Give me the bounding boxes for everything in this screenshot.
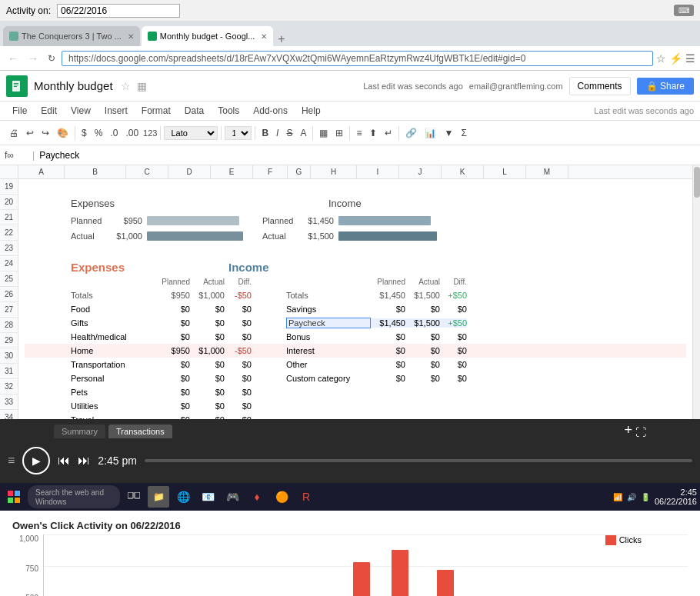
new-tab-button[interactable]: +: [275, 32, 288, 46]
row-28: 28: [0, 318, 18, 333]
corner-cell: [0, 165, 18, 179]
forward-button[interactable]: →: [25, 51, 42, 66]
td-label26-exp: Totals: [71, 291, 155, 300]
taskbar-app-2[interactable]: 🌐: [172, 486, 194, 508]
add-tab-button[interactable]: +: [624, 422, 632, 438]
decimal-increase-btn[interactable]: .00: [122, 126, 142, 140]
function-btn[interactable]: Σ: [458, 126, 469, 140]
star-icon[interactable]: ☆: [121, 80, 131, 92]
currency-btn[interactable]: $: [78, 126, 90, 140]
text-color-btn[interactable]: A: [297, 126, 309, 140]
link-btn[interactable]: 🔗: [402, 126, 420, 140]
share-label: Share: [660, 81, 685, 92]
menu-help[interactable]: Help: [295, 103, 327, 118]
row-21: 21: [0, 210, 18, 225]
chart-btn[interactable]: 📊: [422, 126, 439, 140]
taskbar-right: 📶 🔊 🔋 2:45 06/22/2016: [613, 488, 697, 506]
taskbar-app-5[interactable]: ♦: [246, 486, 268, 508]
cell-b21-label: Planned: [71, 216, 108, 225]
tab-2-close[interactable]: ✕: [261, 32, 267, 41]
scrollbar[interactable]: [692, 165, 700, 419]
borders-btn[interactable]: ▦: [316, 126, 331, 140]
menu-tools[interactable]: Tools: [212, 103, 245, 118]
menu-addons[interactable]: Add-ons: [247, 103, 294, 118]
drive-icon[interactable]: ▦: [137, 80, 147, 92]
decimal-decrease-btn[interactable]: .0: [107, 126, 121, 140]
cell-spacer: [175, 198, 305, 213]
font-select[interactable]: Lato: [164, 126, 218, 140]
back-button[interactable]: ←: [5, 51, 22, 66]
cell-b22-label: Actual: [71, 231, 108, 241]
activity-date-input[interactable]: [57, 4, 180, 18]
filter-btn[interactable]: ▼: [441, 126, 456, 140]
tab-2-favicon: [148, 32, 157, 41]
cell-b20-expenses-title: Expenses: [71, 198, 175, 213]
menu-button[interactable]: ☰: [685, 52, 695, 65]
hamburger-icon[interactable]: ≡: [8, 454, 15, 468]
progress-bar[interactable]: [145, 459, 692, 462]
merge-btn[interactable]: ⊞: [332, 126, 346, 140]
col-f: F: [253, 165, 288, 178]
bold-btn[interactable]: B: [258, 126, 272, 140]
cell-reference: f∞: [5, 150, 28, 161]
menu-edit[interactable]: Edit: [35, 103, 63, 118]
scrollbar-thumb[interactable]: [694, 167, 700, 198]
tab-2[interactable]: Monthly budget - Googl... ✕: [142, 26, 274, 46]
menu-format[interactable]: Format: [135, 103, 177, 118]
formula-input[interactable]: [39, 150, 695, 161]
chart-title: Owen's Click Activity on 06/22/2016: [12, 520, 688, 531]
tab-1-close[interactable]: ✕: [128, 32, 134, 41]
taskbar: Search the web and Windows 📁 🌐 📧 🎮 ♦ 🟠 R…: [0, 483, 700, 511]
sheets-header: Monthly budget ☆ ▦ Last edit was seconds…: [0, 71, 700, 102]
align-left-btn[interactable]: ≡: [353, 126, 365, 140]
text-wrap-btn[interactable]: ↵: [382, 126, 395, 140]
income-big-title: Income: [228, 261, 269, 274]
undo-btn[interactable]: ↩: [23, 126, 37, 140]
taskbar-app-7[interactable]: R: [295, 486, 317, 508]
taskbar-search[interactable]: Search the web and Windows: [28, 485, 120, 508]
td-label26-inc: Totals: [286, 291, 371, 300]
row-30: 30: [0, 348, 18, 364]
menu-data[interactable]: Data: [178, 103, 210, 118]
address-input[interactable]: [62, 51, 653, 66]
refresh-button[interactable]: ↻: [45, 52, 58, 65]
taskbar-app-6[interactable]: 🟠: [271, 486, 292, 508]
start-button[interactable]: [3, 486, 25, 508]
paint-format-btn[interactable]: 🎨: [54, 126, 72, 140]
share-button[interactable]: 🔒 Share: [637, 78, 694, 95]
extensions-button[interactable]: ⚡: [669, 52, 682, 65]
percent-btn[interactable]: %: [92, 126, 106, 140]
strikethrough-btn[interactable]: S: [283, 126, 295, 140]
play-button[interactable]: ▶: [22, 447, 50, 474]
skip-forward-button[interactable]: ⏭: [78, 454, 90, 468]
bookmark-button[interactable]: ☆: [656, 52, 666, 65]
task-view-button[interactable]: [123, 486, 145, 508]
font-size-select[interactable]: 10: [225, 126, 252, 140]
italic-btn[interactable]: I: [273, 126, 282, 140]
cell-h20-income-title: Income: [328, 198, 417, 213]
taskbar-app-3[interactable]: 📧: [197, 486, 218, 508]
menu-view[interactable]: View: [65, 103, 97, 118]
expand-button[interactable]: ⛶: [635, 426, 646, 438]
align-up-btn[interactable]: ⬆: [366, 126, 380, 140]
summary-tab[interactable]: Summary: [54, 425, 105, 438]
menu-file[interactable]: File: [6, 103, 33, 118]
taskbar-app-1[interactable]: 📁: [148, 486, 169, 508]
comments-button[interactable]: Comments: [569, 77, 631, 95]
menu-insert[interactable]: Insert: [98, 103, 134, 118]
transactions-tab[interactable]: Transactions: [108, 425, 172, 438]
row-34: Utilities $0$0$0: [25, 399, 686, 413]
row-25-content: Planned Actual Diff. Planned Actual Diff…: [25, 275, 686, 288]
taskbar-app-4[interactable]: 🎮: [222, 486, 243, 508]
separator-5: [312, 126, 313, 140]
print-btn[interactable]: 🖨: [6, 126, 22, 140]
redo-btn[interactable]: ↪: [38, 126, 52, 140]
skip-back-button[interactable]: ⏮: [58, 454, 70, 468]
tab-1[interactable]: The Conquerors 3 | Two ... ✕: [3, 26, 140, 46]
row-27: Food $0$0$0 Savings $0$0$0: [25, 302, 686, 316]
row-23: 23: [0, 241, 18, 256]
sheets-logo: [6, 75, 28, 97]
row-32: Personal $0$0$0 Custom category $0$0$0: [25, 371, 686, 385]
tab-1-title: The Conquerors 3 | Two ...: [22, 32, 122, 41]
row-26: 26: [0, 287, 18, 302]
